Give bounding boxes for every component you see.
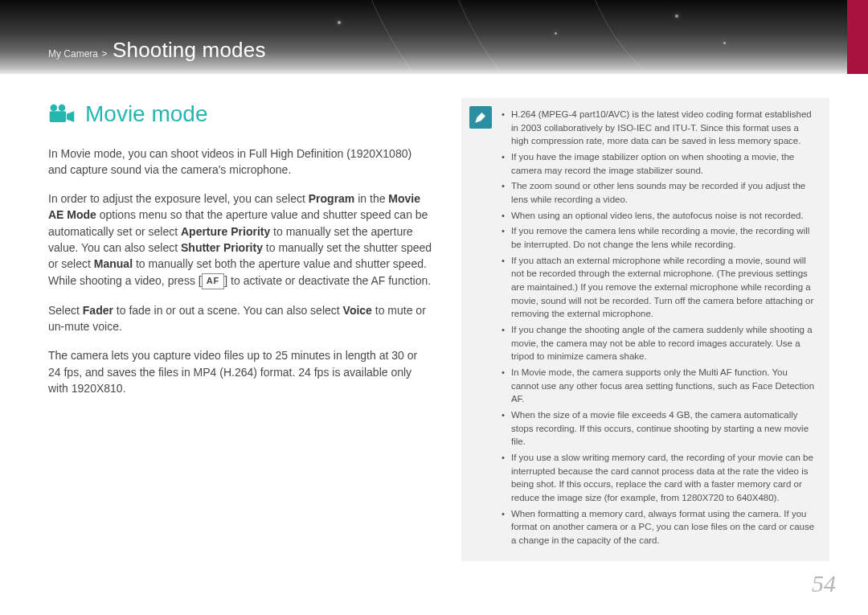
body-paragraph: In order to adjust the exposure level, y… <box>48 191 432 289</box>
note-item: In Movie mode, the camera supports only … <box>502 366 817 406</box>
manual-page: My Camera > Shooting modes Movie mode In… <box>0 0 868 615</box>
body-paragraph: In Movie mode, you can shoot videos in F… <box>48 146 432 178</box>
body-paragraph: The camera lets you capture video files … <box>48 347 432 396</box>
decorative-star <box>723 42 726 44</box>
svg-rect-2 <box>50 112 66 123</box>
decorative-star <box>338 21 341 24</box>
breadcrumb-title: Shooting modes <box>113 38 266 62</box>
breadcrumb-section: My Camera <box>48 48 98 59</box>
section-heading: Movie mode <box>48 98 432 131</box>
main-text-column: Movie mode In Movie mode, you can shoot … <box>48 98 432 561</box>
page-number: 54 <box>812 570 836 597</box>
page-header-banner: My Camera > Shooting modes <box>0 0 868 74</box>
page-content: Movie mode In Movie mode, you can shoot … <box>0 74 868 561</box>
note-item: If you have the image stabilizer option … <box>502 150 817 177</box>
breadcrumb-separator: > <box>101 48 107 59</box>
note-item: If you use a slow writing memory card, t… <box>502 451 817 505</box>
note-item: H.264 (MPEG-4 part10/AVC) is the latest … <box>502 108 817 148</box>
note-item: If you attach an external microphone whi… <box>502 254 817 321</box>
svg-point-0 <box>51 105 58 112</box>
decorative-star <box>555 32 557 35</box>
af-key-icon: AF <box>202 273 225 289</box>
note-item: When using an optional video lens, the a… <box>502 209 817 223</box>
notes-list: H.264 (MPEG-4 part10/AVC) is the latest … <box>502 108 817 547</box>
note-pen-icon <box>469 106 492 129</box>
note-box: H.264 (MPEG-4 part10/AVC) is the latest … <box>461 98 829 561</box>
breadcrumb: My Camera > Shooting modes <box>48 38 266 63</box>
decorative-star <box>675 14 678 18</box>
decorative-halo <box>338 0 868 74</box>
section-title: Movie mode <box>85 98 208 131</box>
body-paragraph: Select Fader to fade in or out a scene. … <box>48 302 432 335</box>
note-item: The zoom sound or other lens sounds may … <box>502 179 817 206</box>
movie-camera-icon <box>48 104 76 125</box>
note-item: When the size of a movie file exceeds 4 … <box>502 408 817 449</box>
note-item: When formatting a memory card, always fo… <box>502 507 817 547</box>
section-color-tab <box>847 0 868 74</box>
notes-column: H.264 (MPEG-4 part10/AVC) is the latest … <box>461 98 829 561</box>
svg-point-1 <box>59 105 66 112</box>
note-item: If you change the shooting angle of the … <box>502 323 817 363</box>
note-item: If you remove the camera lens while reco… <box>502 224 817 251</box>
